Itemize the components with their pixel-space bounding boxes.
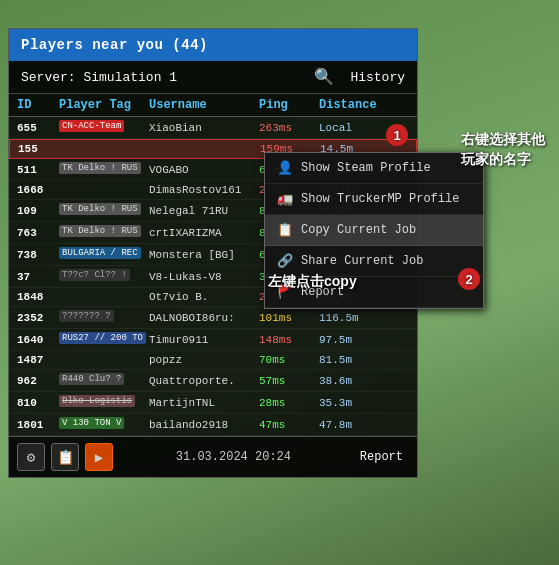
panel-title: Players near you (44) xyxy=(21,37,208,53)
cell-ping: 70ms xyxy=(259,354,319,366)
cell-username: Timur0911 xyxy=(149,334,259,346)
ctx-show-steam-label: Show Steam Profile xyxy=(301,161,431,175)
cell-id: 763 xyxy=(17,227,59,239)
cell-username: Quattroporte. xyxy=(149,375,259,387)
steam-icon: 👤 xyxy=(277,160,293,176)
cell-distance: 116.5m xyxy=(319,312,389,324)
truckermp-icon: 🚛 xyxy=(277,191,293,207)
col-ping: Ping xyxy=(259,98,319,112)
cell-tag: V 130 TON V xyxy=(59,417,149,432)
cell-username: popzz xyxy=(149,354,259,366)
cell-distance: 97.5m xyxy=(319,334,389,346)
search-icon[interactable]: 🔍 xyxy=(314,67,334,87)
settings-icon[interactable]: ⚙ xyxy=(17,443,45,471)
cell-username: crtIXARIZMA xyxy=(149,227,259,239)
ctx-copy-job-label: Copy Current Job xyxy=(301,223,416,237)
cell-username: DALNOBOI86ru: xyxy=(149,312,259,324)
col-spacer xyxy=(389,98,409,112)
cell-tag: TK Delko ! RUS xyxy=(59,225,149,240)
cell-id: 37 xyxy=(17,271,59,283)
table-row[interactable]: 810 Dlko Logistic MartijnTNL 28ms 35.3m xyxy=(9,392,417,414)
bottom-bar: ⚙ 📋 ▶ 31.03.2024 20:24 Report xyxy=(9,436,417,477)
ctx-copy-job[interactable]: 📋 Copy Current Job xyxy=(265,215,483,246)
cell-tag: RUS27 // 200 TO xyxy=(59,332,149,347)
cell-distance: 35.3m xyxy=(319,397,389,409)
cell-tag: TK Delko ! RUS xyxy=(59,203,149,218)
cell-id: 1801 xyxy=(17,419,59,431)
col-distance: Distance xyxy=(319,98,389,112)
cell-username: V8-Lukas-V8 xyxy=(149,271,259,283)
cell-username: VOGABO xyxy=(149,164,259,176)
cell-id: 1640 xyxy=(17,334,59,346)
report-button[interactable]: Report xyxy=(354,448,409,466)
arrow-icon[interactable]: ▶ xyxy=(85,443,113,471)
table-row[interactable]: 655 CN-ACC-Team XiaoBian 263ms Local xyxy=(9,117,417,139)
cell-id: 1848 xyxy=(17,291,59,303)
table-row[interactable]: 1640 RUS27 // 200 TO Timur0911 148ms 97.… xyxy=(9,329,417,351)
cell-id: 511 xyxy=(17,164,59,176)
annotation-circle-2: 2 xyxy=(458,268,480,290)
share-icon: 🔗 xyxy=(277,253,293,269)
cell-id: 962 xyxy=(17,375,59,387)
table-row[interactable]: 1487 popzz 70ms 81.5m xyxy=(9,351,417,370)
cell-ping: 47ms xyxy=(259,419,319,431)
cell-tag: BULGARIA / REC xyxy=(59,247,149,262)
cell-tag: Dlko Logistic xyxy=(59,395,149,410)
cell-distance: Local xyxy=(319,122,389,134)
annotation-1: 1 xyxy=(386,124,408,146)
col-username: Username xyxy=(149,98,259,112)
cell-username: Nelegal 71RU xyxy=(149,205,259,217)
cell-id: 738 xyxy=(17,249,59,261)
datetime-label: 31.03.2024 20:24 xyxy=(176,450,291,464)
col-player-tag: Player Tag xyxy=(59,98,149,112)
cell-tag: ??????? ? xyxy=(59,310,149,325)
table-row[interactable]: 962 R440 Clu? ? Quattroporte. 57ms 38.6m xyxy=(9,370,417,392)
cell-tag: CN-ACC-Team xyxy=(59,120,149,135)
cell-ping: 148ms xyxy=(259,334,319,346)
table-row[interactable]: 1801 V 130 TON V bailando2918 47ms 47.8m xyxy=(9,414,417,436)
cell-ping: 57ms xyxy=(259,375,319,387)
annotation-left-text: 左键点击copy xyxy=(268,272,357,292)
cell-tag: TK Delko ! RUS xyxy=(59,162,149,177)
history-button[interactable]: History xyxy=(350,70,405,85)
cell-username: DimasRostov161 xyxy=(149,184,259,196)
cell-username: XiaoBian xyxy=(149,122,259,134)
cell-username: MartijnTNL xyxy=(149,397,259,409)
cell-id: 1668 xyxy=(17,184,59,196)
ctx-show-truckermp-label: Show TruckerMP Profile xyxy=(301,192,459,206)
cell-id: 1487 xyxy=(17,354,59,366)
copy-icon: 📋 xyxy=(277,222,293,238)
annotation-2: 2 xyxy=(458,268,480,290)
cell-id: 109 xyxy=(17,205,59,217)
cell-id: 810 xyxy=(17,397,59,409)
cell-ping: 101ms xyxy=(259,312,319,324)
cell-id: 655 xyxy=(17,122,59,134)
server-bar: Server: Simulation 1 🔍 History xyxy=(9,61,417,94)
cell-tag: T??c? Cl?? ! xyxy=(59,269,149,284)
bottom-icons: ⚙ 📋 ▶ xyxy=(17,443,113,471)
annotation-circle-1: 1 xyxy=(386,124,408,146)
cell-username: Monstera [BG] xyxy=(149,249,259,261)
title-bar: Players near you (44) xyxy=(9,29,417,61)
cell-tag: R440 Clu? ? xyxy=(59,373,149,388)
cell-username: bailando2918 xyxy=(149,419,259,431)
clipboard-icon[interactable]: 📋 xyxy=(51,443,79,471)
table-header: ID Player Tag Username Ping Distance xyxy=(9,94,417,117)
server-actions: 🔍 History xyxy=(314,67,405,87)
cell-distance: 81.5m xyxy=(319,354,389,366)
server-name: Server: Simulation 1 xyxy=(21,70,177,85)
cell-distance: 38.6m xyxy=(319,375,389,387)
cell-ping: 263ms xyxy=(259,122,319,134)
ctx-show-steam[interactable]: 👤 Show Steam Profile xyxy=(265,153,483,184)
col-id: ID xyxy=(17,98,59,112)
table-row[interactable]: 2352 ??????? ? DALNOBOI86ru: 101ms 116.5… xyxy=(9,307,417,329)
cell-ping: 28ms xyxy=(259,397,319,409)
ctx-show-truckermp[interactable]: 🚛 Show TruckerMP Profile xyxy=(265,184,483,215)
annotation-right-text: 右键选择其他玩家的名字 xyxy=(461,130,551,169)
cell-id: 155 xyxy=(18,143,60,155)
cell-id: 2352 xyxy=(17,312,59,324)
cell-distance: 47.8m xyxy=(319,419,389,431)
cell-username: Ot7vio B. xyxy=(149,291,259,303)
ctx-share-job-label: Share Current Job xyxy=(301,254,423,268)
